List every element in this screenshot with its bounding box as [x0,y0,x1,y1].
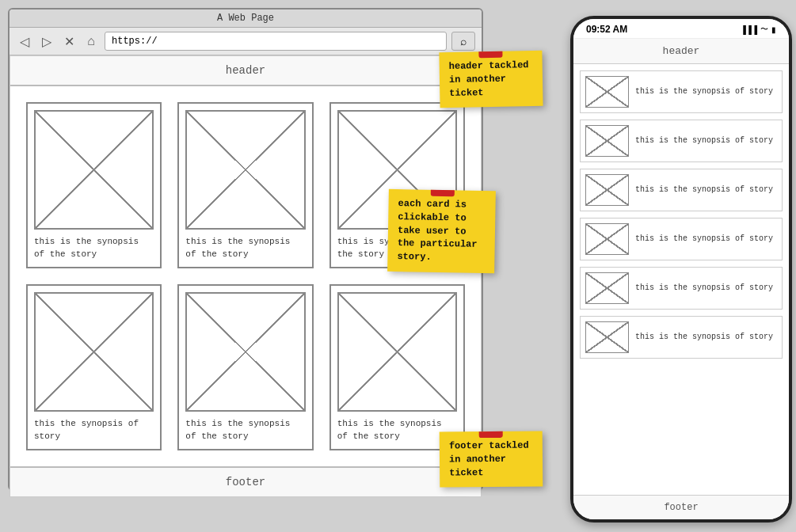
header-text: header [226,64,265,77]
mobile-time: 09:52 AM [586,24,627,35]
card-item[interactable]: this is the synopsis of the story [329,284,465,450]
signal-icon: ▐▐▐ [741,25,757,34]
card-item[interactable]: this is the synopsis of the story [26,102,162,268]
wifi-icon: 〜 [760,24,768,35]
cards-grid: this is the synopsis of the story this i… [10,86,481,466]
back-button[interactable]: ◁ [16,32,33,50]
mobile-card-item[interactable]: this is the synopsis of story [580,316,783,359]
browser-content: header this is the synopsis of the story… [10,55,482,497]
mobile-footer: footer [573,495,789,519]
card-image [34,110,154,230]
mobile-device: 09:52 AM ▐▐▐ 〜 ▮ header this is the syno… [570,16,792,522]
home-button[interactable]: ⌂ [82,32,100,50]
mobile-card-item[interactable]: this is the synopsis of story [580,70,783,113]
card-text: this is the synopsis of the story [185,236,305,260]
sticky-note-footer: footer tackled in another ticket [440,431,543,488]
address-bar[interactable] [105,32,447,51]
browser-title: A Web Page [217,13,274,24]
card-image [185,110,305,230]
sticky-note-cards: each card is clickable to take user to t… [387,189,496,273]
mobile-header-text: header [663,45,700,57]
card-text: this is the synopsis of the story [34,236,154,260]
mobile-card-item[interactable]: this is the synopsis of story [580,218,783,260]
mobile-footer-text: footer [664,502,698,513]
battery-icon: ▮ [771,25,776,34]
footer-text: footer [226,476,265,488]
sticky-footer-text: footer tackled in another ticket [449,440,529,478]
mobile-status-icons: ▐▐▐ 〜 ▮ [741,24,776,35]
mobile-card-image [585,223,629,255]
page-header: header [10,56,481,86]
mobile-card-item[interactable]: this is the synopsis of story [580,267,783,310]
mobile-card-text: this is the synopsis of story [635,86,773,97]
mobile-header: header [573,39,789,64]
card-text: this is the synopsis of the story [185,418,305,443]
mobile-card-image [585,272,629,304]
card-image [34,292,154,412]
mobile-card-image [585,76,629,108]
card-item[interactable]: this is the synopsis of the story [177,284,313,450]
mobile-card-item[interactable]: this is the synopsis of story [580,120,783,162]
card-image [337,292,457,412]
card-item[interactable]: this the synopsis of story [26,284,162,450]
page-footer: footer [10,466,481,496]
sticky-note-header: header tackled in another ticket [439,51,543,108]
mobile-card-text: this is the synopsis of story [635,332,773,343]
card-image [185,292,305,412]
mobile-card-text: this is the synopsis of story [635,184,773,196]
search-button[interactable]: ⌕ [451,32,475,51]
close-button[interactable]: ✕ [60,32,78,50]
mobile-card-image [585,125,629,157]
mobile-card-text: this is the synopsis of story [635,283,773,294]
browser-titlebar: A Web Page [10,10,482,28]
mobile-card-image [585,174,629,206]
mobile-card-text: this is the synopsis of story [635,135,773,146]
forward-button[interactable]: ▷ [38,32,55,50]
mobile-content: this is the synopsis of story this is th… [573,64,789,495]
mobile-card-item[interactable]: this is the synopsis of story [580,169,783,211]
mobile-status-bar: 09:52 AM ▐▐▐ 〜 ▮ [573,19,789,39]
sticky-header-text: header tackled in another ticket [449,59,529,98]
browser-toolbar: ◁ ▷ ✕ ⌂ ⌕ [10,28,482,55]
card-text: this the synopsis of story [34,418,154,443]
card-item[interactable]: this is the synopsis of the story [177,102,313,268]
sticky-cards-text: each card is clickable to take user to t… [397,198,477,263]
mobile-card-text: this is the synopsis of story [635,234,773,245]
mobile-card-image [585,321,629,353]
